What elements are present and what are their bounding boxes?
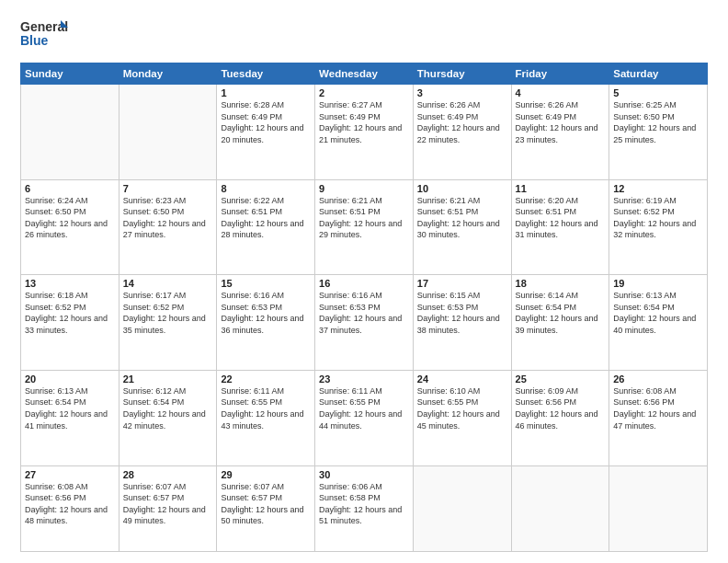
day-number: 30: [319, 469, 409, 480]
day-cell: 2Sunrise: 6:27 AM Sunset: 6:49 PM Daylig…: [315, 85, 414, 180]
day-info: Sunrise: 6:13 AM Sunset: 6:54 PM Dayligh…: [613, 290, 703, 336]
day-cell: [413, 465, 511, 552]
day-number: 23: [319, 373, 409, 385]
day-number: 15: [221, 278, 311, 289]
day-cell: 13Sunrise: 6:18 AM Sunset: 6:52 PM Dayli…: [21, 275, 119, 371]
day-number: 3: [417, 87, 507, 98]
day-cell: 30Sunrise: 6:06 AM Sunset: 6:58 PM Dayli…: [315, 465, 414, 552]
day-cell: [511, 465, 609, 552]
day-header-monday: Monday: [119, 63, 217, 85]
day-number: 18: [516, 278, 606, 289]
calendar-body: 1Sunrise: 6:28 AM Sunset: 6:49 PM Daylig…: [21, 85, 708, 552]
day-cell: 7Sunrise: 6:23 AM Sunset: 6:50 PM Daylig…: [119, 179, 217, 275]
day-cell: 28Sunrise: 6:07 AM Sunset: 6:57 PM Dayli…: [119, 465, 217, 552]
day-info: Sunrise: 6:13 AM Sunset: 6:54 PM Dayligh…: [25, 385, 115, 431]
day-number: 16: [319, 278, 409, 289]
logo: General Blue: [20, 17, 68, 53]
day-cell: 1Sunrise: 6:28 AM Sunset: 6:49 PM Daylig…: [217, 85, 315, 180]
day-info: Sunrise: 6:17 AM Sunset: 6:52 PM Dayligh…: [123, 290, 213, 336]
day-info: Sunrise: 6:20 AM Sunset: 6:51 PM Dayligh…: [516, 195, 606, 241]
day-number: 7: [123, 183, 213, 194]
day-number: 20: [25, 373, 115, 385]
day-number: 10: [417, 183, 507, 194]
day-info: Sunrise: 6:07 AM Sunset: 6:57 PM Dayligh…: [123, 481, 213, 527]
day-number: 28: [123, 469, 213, 480]
day-header-tuesday: Tuesday: [217, 63, 315, 85]
day-info: Sunrise: 6:26 AM Sunset: 6:49 PM Dayligh…: [516, 99, 606, 145]
day-info: Sunrise: 6:19 AM Sunset: 6:52 PM Dayligh…: [613, 195, 703, 241]
day-cell: 18Sunrise: 6:14 AM Sunset: 6:54 PM Dayli…: [511, 275, 609, 371]
day-cell: 23Sunrise: 6:11 AM Sunset: 6:55 PM Dayli…: [315, 370, 414, 465]
day-info: Sunrise: 6:11 AM Sunset: 6:55 PM Dayligh…: [319, 385, 409, 431]
day-cell: 15Sunrise: 6:16 AM Sunset: 6:53 PM Dayli…: [217, 275, 315, 371]
day-number: 4: [516, 87, 606, 98]
day-cell: 21Sunrise: 6:12 AM Sunset: 6:54 PM Dayli…: [119, 370, 217, 465]
page: General Blue SundayMondayTuesdayWednesda…: [0, 0, 728, 563]
day-info: Sunrise: 6:10 AM Sunset: 6:55 PM Dayligh…: [417, 385, 507, 431]
day-header-thursday: Thursday: [413, 63, 511, 85]
week-row-5: 27Sunrise: 6:08 AM Sunset: 6:56 PM Dayli…: [21, 465, 708, 552]
day-cell: 16Sunrise: 6:16 AM Sunset: 6:53 PM Dayli…: [315, 275, 414, 371]
day-info: Sunrise: 6:09 AM Sunset: 6:56 PM Dayligh…: [516, 385, 606, 431]
day-cell: 9Sunrise: 6:21 AM Sunset: 6:51 PM Daylig…: [315, 179, 414, 275]
day-header-saturday: Saturday: [609, 63, 708, 85]
day-number: 26: [613, 373, 703, 385]
day-cell: 26Sunrise: 6:08 AM Sunset: 6:56 PM Dayli…: [609, 370, 708, 465]
day-header-friday: Friday: [511, 63, 609, 85]
day-number: 17: [417, 278, 507, 289]
day-number: 2: [319, 87, 409, 98]
day-info: Sunrise: 6:06 AM Sunset: 6:58 PM Dayligh…: [319, 481, 409, 527]
day-cell: [609, 465, 708, 552]
day-number: 1: [221, 87, 311, 98]
day-cell: 22Sunrise: 6:11 AM Sunset: 6:55 PM Dayli…: [217, 370, 315, 465]
day-number: 27: [25, 469, 115, 480]
day-info: Sunrise: 6:23 AM Sunset: 6:50 PM Dayligh…: [123, 195, 213, 241]
day-cell: 8Sunrise: 6:22 AM Sunset: 6:51 PM Daylig…: [217, 179, 315, 275]
day-info: Sunrise: 6:18 AM Sunset: 6:52 PM Dayligh…: [25, 290, 115, 336]
day-cell: [119, 85, 217, 180]
day-number: 29: [221, 469, 311, 480]
day-cell: 25Sunrise: 6:09 AM Sunset: 6:56 PM Dayli…: [511, 370, 609, 465]
day-number: 12: [613, 183, 703, 194]
day-header-sunday: Sunday: [21, 63, 119, 85]
day-header-wednesday: Wednesday: [315, 63, 414, 85]
week-row-3: 13Sunrise: 6:18 AM Sunset: 6:52 PM Dayli…: [21, 275, 708, 371]
calendar-table: SundayMondayTuesdayWednesdayThursdayFrid…: [20, 63, 708, 552]
day-info: Sunrise: 6:07 AM Sunset: 6:57 PM Dayligh…: [221, 481, 311, 527]
week-row-4: 20Sunrise: 6:13 AM Sunset: 6:54 PM Dayli…: [21, 370, 708, 465]
week-row-1: 1Sunrise: 6:28 AM Sunset: 6:49 PM Daylig…: [21, 85, 708, 180]
week-row-2: 6Sunrise: 6:24 AM Sunset: 6:50 PM Daylig…: [21, 179, 708, 275]
day-info: Sunrise: 6:08 AM Sunset: 6:56 PM Dayligh…: [613, 385, 703, 431]
day-cell: 19Sunrise: 6:13 AM Sunset: 6:54 PM Dayli…: [609, 275, 708, 371]
day-number: 8: [221, 183, 311, 194]
day-cell: 4Sunrise: 6:26 AM Sunset: 6:49 PM Daylig…: [511, 85, 609, 180]
day-cell: 17Sunrise: 6:15 AM Sunset: 6:53 PM Dayli…: [413, 275, 511, 371]
day-cell: 12Sunrise: 6:19 AM Sunset: 6:52 PM Dayli…: [609, 179, 708, 275]
day-cell: [21, 85, 119, 180]
day-cell: 11Sunrise: 6:20 AM Sunset: 6:51 PM Dayli…: [511, 179, 609, 275]
day-number: 9: [319, 183, 409, 194]
day-cell: 5Sunrise: 6:25 AM Sunset: 6:50 PM Daylig…: [609, 85, 708, 180]
day-cell: 3Sunrise: 6:26 AM Sunset: 6:49 PM Daylig…: [413, 85, 511, 180]
day-info: Sunrise: 6:24 AM Sunset: 6:50 PM Dayligh…: [25, 195, 115, 241]
day-cell: 27Sunrise: 6:08 AM Sunset: 6:56 PM Dayli…: [21, 465, 119, 552]
day-number: 22: [221, 373, 311, 385]
calendar-header: SundayMondayTuesdayWednesdayThursdayFrid…: [21, 63, 708, 85]
day-info: Sunrise: 6:22 AM Sunset: 6:51 PM Dayligh…: [221, 195, 311, 241]
day-info: Sunrise: 6:21 AM Sunset: 6:51 PM Dayligh…: [417, 195, 507, 241]
day-info: Sunrise: 6:25 AM Sunset: 6:50 PM Dayligh…: [613, 99, 703, 145]
day-number: 25: [516, 373, 606, 385]
day-number: 14: [123, 278, 213, 289]
day-info: Sunrise: 6:26 AM Sunset: 6:49 PM Dayligh…: [417, 99, 507, 145]
day-info: Sunrise: 6:28 AM Sunset: 6:49 PM Dayligh…: [221, 99, 311, 145]
day-cell: 20Sunrise: 6:13 AM Sunset: 6:54 PM Dayli…: [21, 370, 119, 465]
day-info: Sunrise: 6:15 AM Sunset: 6:53 PM Dayligh…: [417, 290, 507, 336]
day-info: Sunrise: 6:08 AM Sunset: 6:56 PM Dayligh…: [25, 481, 115, 527]
day-info: Sunrise: 6:21 AM Sunset: 6:51 PM Dayligh…: [319, 195, 409, 241]
logo-svg: General Blue: [20, 17, 68, 53]
day-cell: 24Sunrise: 6:10 AM Sunset: 6:55 PM Dayli…: [413, 370, 511, 465]
day-info: Sunrise: 6:12 AM Sunset: 6:54 PM Dayligh…: [123, 385, 213, 431]
day-info: Sunrise: 6:11 AM Sunset: 6:55 PM Dayligh…: [221, 385, 311, 431]
day-cell: 14Sunrise: 6:17 AM Sunset: 6:52 PM Dayli…: [119, 275, 217, 371]
day-number: 6: [25, 183, 115, 194]
